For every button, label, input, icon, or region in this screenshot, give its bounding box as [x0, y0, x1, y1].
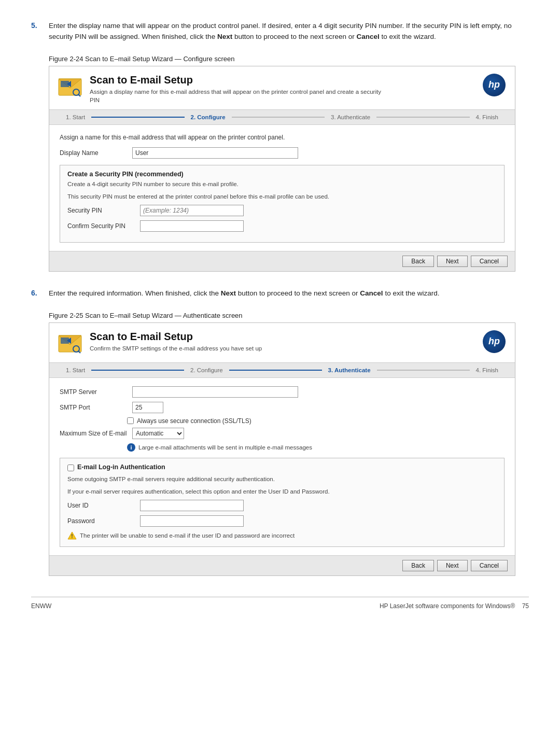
auth-checkbox[interactable]: [67, 465, 74, 471]
hp-logo-2: hp: [483, 330, 506, 353]
security-pin-section: Create a Security PIN (recommended) Crea…: [60, 165, 505, 243]
wizard-1-steps: 1. Start 2. Configure 3. Authenticate 4.…: [49, 110, 515, 125]
email-envelope-icon: [57, 74, 83, 101]
wstep-1-configure: 2. Configure: [185, 114, 232, 120]
security-pin-label: Security PIN: [67, 207, 135, 214]
wizard-2-subtitle: Confirm the SMTP settings of the e-mail …: [90, 344, 262, 353]
auth-desc1: Some outgoing SMTP e-mail servers requir…: [67, 475, 497, 483]
warning-icon: !: [67, 531, 77, 540]
security-pin-input[interactable]: [140, 205, 244, 216]
warning-text: The printer will be unable to send e-mai…: [80, 532, 295, 539]
wstep2-line-2: [229, 370, 322, 371]
wstep-1-start: 1. Start: [60, 114, 91, 120]
confirm-pin-label: Confirm Security PIN: [67, 222, 135, 230]
figure-2-25-label: Figure 2-25 Scan to E–mail Setup Wizard …: [49, 312, 529, 319]
warning-row: ! The printer will be unable to send e-m…: [67, 531, 497, 540]
page-footer: ENWW HP LaserJet software components for…: [31, 597, 529, 610]
email-envelope-icon-2: [57, 330, 83, 357]
wizard-1-title-block: Scan to E-mail Setup Assign a display na…: [90, 74, 390, 104]
wizard-1-title: Scan to E-mail Setup: [90, 74, 390, 86]
security-pin-desc2: This security PIN must be entered at the…: [67, 192, 497, 201]
wstep-2-authenticate: 3. Authenticate: [322, 367, 377, 373]
wizard-authenticate-window: Scan to E-mail Setup Confirm the SMTP se…: [49, 322, 515, 576]
confirm-pin-row: Confirm Security PIN: [67, 220, 497, 232]
wizard-configure-window: Scan to E-mail Setup Assign a display na…: [49, 66, 515, 272]
display-name-input[interactable]: [132, 147, 298, 159]
wizard-1-footer: Back Next Cancel: [49, 251, 515, 271]
hp-logo-1: hp: [483, 74, 506, 96]
wizard-1-back-button[interactable]: Back: [402, 256, 434, 267]
smtp-server-row: SMTP Server: [60, 386, 505, 398]
max-email-row: Maximum Size of E-mail Automatic 1 MB 2 …: [60, 428, 505, 439]
email-auth-section: E-mail Log-in Authentication Some outgoi…: [60, 458, 505, 547]
ssl-checkbox-row: Always use secure connection (SSL/TLS): [127, 417, 505, 425]
wstep-2-start: 1. Start: [60, 367, 91, 373]
smtp-port-row: SMTP Port: [60, 402, 505, 413]
display-name-label: Display Name: [60, 149, 127, 157]
wstep-line-2: [232, 117, 325, 118]
auth-desc2: If your e-mail server requires authentic…: [67, 487, 497, 496]
security-pin-desc1: Create a 4-digit security PIN number to …: [67, 180, 497, 188]
display-name-row: Display Name: [60, 147, 505, 159]
step-6-block: 6. Enter the required information. When …: [31, 288, 529, 299]
step-6-text: Enter the required information. When fin…: [49, 288, 529, 299]
wstep2-line-3: [377, 370, 470, 371]
wizard-1-header: Scan to E-mail Setup Assign a display na…: [49, 66, 515, 110]
wizard-1-section-info: Assign a name for this e-mail address th…: [60, 133, 505, 142]
smtp-server-input[interactable]: [132, 386, 298, 398]
security-pin-row: Security PIN: [67, 205, 497, 216]
info-icon: i: [127, 443, 135, 452]
wizard-2-title: Scan to E-mail Setup: [90, 330, 262, 343]
wizard-2-footer: Back Next Cancel: [49, 555, 515, 575]
wizard-1-subtitle: Assign a display name for this e-mail ad…: [90, 88, 390, 104]
user-id-label: User ID: [67, 502, 135, 509]
wizard-2-header: Scan to E-mail Setup Confirm the SMTP se…: [49, 323, 515, 363]
figure-2-24-label: Figure 2-24 Scan to E–mail Setup Wizard …: [49, 55, 529, 63]
wizard-2-body: SMTP Server SMTP Port Always use secure …: [49, 378, 515, 555]
step-5-number: 5.: [31, 21, 41, 43]
wizard-1-body: Assign a name for this e-mail address th…: [49, 125, 515, 251]
max-email-label: Maximum Size of E-mail: [60, 430, 127, 437]
wizard-2-steps: 1. Start 2. Configure 3. Authenticate 4.…: [49, 363, 515, 378]
auth-section-title: E-mail Log-in Authentication: [77, 463, 165, 471]
wstep-2-configure: 2. Configure: [184, 367, 229, 373]
password-input[interactable]: [140, 515, 244, 527]
step-5-text: Enter the display name that will appear …: [49, 21, 529, 43]
svg-text:!: !: [71, 533, 73, 539]
wizard-2-next-button[interactable]: Next: [437, 560, 468, 571]
wstep2-line-1: [91, 370, 184, 371]
wstep-1-authenticate: 3. Authenticate: [325, 114, 376, 120]
footer-left: ENWW: [31, 602, 51, 610]
wizard-1-next-button[interactable]: Next: [437, 256, 468, 267]
security-pin-title: Create a Security PIN (recommended): [67, 171, 497, 178]
wizard-1-header-left: Scan to E-mail Setup Assign a display na…: [57, 74, 390, 104]
smtp-server-label: SMTP Server: [60, 388, 127, 396]
wizard-1-cancel-button[interactable]: Cancel: [471, 256, 508, 267]
wstep-1-finish: 4. Finish: [470, 114, 505, 120]
max-email-select[interactable]: Automatic 1 MB 2 MB 5 MB 10 MB Unlimited: [132, 428, 184, 439]
user-id-input[interactable]: [140, 500, 244, 511]
step-5-block: 5. Enter the display name that will appe…: [31, 21, 529, 43]
password-label: Password: [67, 517, 135, 525]
smtp-port-label: SMTP Port: [60, 404, 127, 411]
wstep-line-3: [376, 117, 469, 118]
info-attachment-text: Large e-mail attachments will be sent in…: [138, 444, 312, 451]
confirm-pin-input[interactable]: [140, 220, 244, 232]
wizard-2-title-block: Scan to E-mail Setup Confirm the SMTP se…: [90, 330, 262, 353]
user-id-row: User ID: [67, 500, 497, 511]
smtp-port-input[interactable]: [132, 402, 163, 413]
wstep-2-finish: 4. Finish: [470, 367, 505, 373]
ssl-checkbox[interactable]: [127, 417, 134, 424]
step-6-number: 6.: [31, 288, 41, 299]
wstep-line-1: [91, 117, 184, 118]
password-row: Password: [67, 515, 497, 527]
ssl-label: Always use secure connection (SSL/TLS): [137, 417, 251, 425]
info-attachment-row: i Large e-mail attachments will be sent …: [127, 443, 505, 452]
wizard-2-header-left: Scan to E-mail Setup Confirm the SMTP se…: [57, 330, 262, 357]
wizard-2-cancel-button[interactable]: Cancel: [471, 560, 508, 571]
wizard-2-back-button[interactable]: Back: [402, 560, 434, 571]
footer-right: HP LaserJet software components for Wind…: [380, 602, 529, 610]
